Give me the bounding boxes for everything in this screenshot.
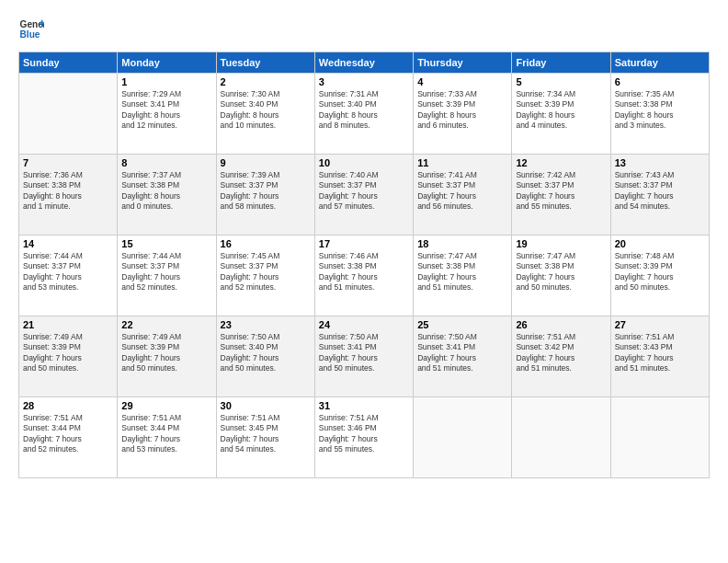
day-number: 12 <box>516 157 606 168</box>
calendar-cell: 17Sunrise: 7:46 AM Sunset: 3:38 PM Dayli… <box>314 236 413 316</box>
day-info: Sunrise: 7:49 AM Sunset: 3:39 PM Dayligh… <box>121 332 211 374</box>
day-info: Sunrise: 7:31 AM Sunset: 3:40 PM Dayligh… <box>319 89 409 132</box>
day-info: Sunrise: 7:51 AM Sunset: 3:42 PM Dayligh… <box>516 332 606 374</box>
day-info: Sunrise: 7:51 AM Sunset: 3:46 PM Dayligh… <box>319 413 409 455</box>
calendar-cell: 4Sunrise: 7:33 AM Sunset: 3:39 PM Daylig… <box>414 74 512 155</box>
day-info: Sunrise: 7:45 AM Sunset: 3:37 PM Dayligh… <box>221 251 311 293</box>
calendar-header-row: SundayMondayTuesdayWednesdayThursdayFrid… <box>19 52 710 74</box>
calendar-cell: 10Sunrise: 7:40 AM Sunset: 3:37 PM Dayli… <box>314 155 413 236</box>
day-number: 4 <box>417 76 507 87</box>
day-number: 21 <box>23 319 113 330</box>
column-header-monday: Monday <box>118 52 216 74</box>
day-info: Sunrise: 7:30 AM Sunset: 3:40 PM Dayligh… <box>221 89 311 132</box>
calendar-cell: 27Sunrise: 7:51 AM Sunset: 3:43 PM Dayli… <box>610 316 709 397</box>
calendar-week-row: 1Sunrise: 7:29 AM Sunset: 3:41 PM Daylig… <box>19 74 710 155</box>
calendar-cell: 9Sunrise: 7:39 AM Sunset: 3:37 PM Daylig… <box>216 155 314 236</box>
day-number: 2 <box>221 76 311 87</box>
calendar-cell: 22Sunrise: 7:49 AM Sunset: 3:39 PM Dayli… <box>118 316 216 397</box>
day-number: 5 <box>516 76 606 87</box>
day-number: 16 <box>221 238 311 249</box>
day-number: 26 <box>516 319 606 330</box>
day-info: Sunrise: 7:44 AM Sunset: 3:37 PM Dayligh… <box>121 251 211 293</box>
calendar-week-row: 28Sunrise: 7:51 AM Sunset: 3:44 PM Dayli… <box>19 397 710 478</box>
day-info: Sunrise: 7:48 AM Sunset: 3:39 PM Dayligh… <box>615 251 705 293</box>
day-info: Sunrise: 7:44 AM Sunset: 3:37 PM Dayligh… <box>23 251 113 293</box>
calendar-cell: 2Sunrise: 7:30 AM Sunset: 3:40 PM Daylig… <box>216 74 314 155</box>
calendar-cell: 31Sunrise: 7:51 AM Sunset: 3:46 PM Dayli… <box>314 397 413 478</box>
logo-icon: General Blue <box>18 17 44 42</box>
day-number: 1 <box>121 76 211 87</box>
calendar-cell: 1Sunrise: 7:29 AM Sunset: 3:41 PM Daylig… <box>118 74 216 155</box>
calendar-cell: 14Sunrise: 7:44 AM Sunset: 3:37 PM Dayli… <box>19 236 118 316</box>
day-info: Sunrise: 7:39 AM Sunset: 3:37 PM Dayligh… <box>221 170 311 213</box>
day-number: 6 <box>615 76 705 87</box>
calendar-cell: 28Sunrise: 7:51 AM Sunset: 3:44 PM Dayli… <box>19 397 118 478</box>
day-info: Sunrise: 7:51 AM Sunset: 3:44 PM Dayligh… <box>23 413 113 455</box>
column-header-tuesday: Tuesday <box>216 52 314 74</box>
day-number: 7 <box>23 157 113 168</box>
column-header-saturday: Saturday <box>610 52 709 74</box>
column-header-thursday: Thursday <box>414 52 512 74</box>
day-info: Sunrise: 7:29 AM Sunset: 3:41 PM Dayligh… <box>121 89 211 132</box>
day-info: Sunrise: 7:37 AM Sunset: 3:38 PM Dayligh… <box>121 170 211 213</box>
day-number: 24 <box>319 319 409 330</box>
calendar-cell: 11Sunrise: 7:41 AM Sunset: 3:37 PM Dayli… <box>414 155 512 236</box>
calendar-table: SundayMondayTuesdayWednesdayThursdayFrid… <box>18 52 710 478</box>
day-info: Sunrise: 7:35 AM Sunset: 3:38 PM Dayligh… <box>615 89 705 132</box>
calendar-cell <box>512 397 610 478</box>
calendar-cell: 26Sunrise: 7:51 AM Sunset: 3:42 PM Dayli… <box>512 316 610 397</box>
calendar-cell: 18Sunrise: 7:47 AM Sunset: 3:38 PM Dayli… <box>414 236 512 316</box>
day-info: Sunrise: 7:49 AM Sunset: 3:39 PM Dayligh… <box>23 332 113 374</box>
calendar-cell: 23Sunrise: 7:50 AM Sunset: 3:40 PM Dayli… <box>216 316 314 397</box>
calendar-week-row: 21Sunrise: 7:49 AM Sunset: 3:39 PM Dayli… <box>19 316 710 397</box>
calendar-cell: 8Sunrise: 7:37 AM Sunset: 3:38 PM Daylig… <box>118 155 216 236</box>
calendar-cell: 5Sunrise: 7:34 AM Sunset: 3:39 PM Daylig… <box>512 74 610 155</box>
calendar-cell: 20Sunrise: 7:48 AM Sunset: 3:39 PM Dayli… <box>610 236 709 316</box>
day-info: Sunrise: 7:51 AM Sunset: 3:45 PM Dayligh… <box>221 413 311 455</box>
day-info: Sunrise: 7:41 AM Sunset: 3:37 PM Dayligh… <box>417 170 507 213</box>
day-info: Sunrise: 7:50 AM Sunset: 3:41 PM Dayligh… <box>319 332 409 374</box>
day-number: 31 <box>319 400 409 411</box>
day-number: 8 <box>121 157 211 168</box>
day-info: Sunrise: 7:47 AM Sunset: 3:38 PM Dayligh… <box>516 251 606 293</box>
day-number: 13 <box>615 157 705 168</box>
day-number: 9 <box>221 157 311 168</box>
day-info: Sunrise: 7:50 AM Sunset: 3:41 PM Dayligh… <box>417 332 507 374</box>
day-number: 17 <box>319 238 409 249</box>
logo: General Blue <box>18 17 44 42</box>
calendar-cell: 21Sunrise: 7:49 AM Sunset: 3:39 PM Dayli… <box>19 316 118 397</box>
calendar-cell: 30Sunrise: 7:51 AM Sunset: 3:45 PM Dayli… <box>216 397 314 478</box>
day-number: 30 <box>221 400 311 411</box>
calendar-week-row: 14Sunrise: 7:44 AM Sunset: 3:37 PM Dayli… <box>19 236 710 316</box>
page-header: General Blue <box>18 17 710 42</box>
day-info: Sunrise: 7:47 AM Sunset: 3:38 PM Dayligh… <box>417 251 507 293</box>
calendar-cell: 24Sunrise: 7:50 AM Sunset: 3:41 PM Dayli… <box>314 316 413 397</box>
calendar-cell: 19Sunrise: 7:47 AM Sunset: 3:38 PM Dayli… <box>512 236 610 316</box>
day-info: Sunrise: 7:33 AM Sunset: 3:39 PM Dayligh… <box>417 89 507 132</box>
day-number: 27 <box>615 319 705 330</box>
day-number: 11 <box>417 157 507 168</box>
calendar-cell: 15Sunrise: 7:44 AM Sunset: 3:37 PM Dayli… <box>118 236 216 316</box>
day-number: 19 <box>516 238 606 249</box>
column-header-wednesday: Wednesday <box>314 52 413 74</box>
day-number: 22 <box>121 319 211 330</box>
day-number: 23 <box>221 319 311 330</box>
calendar-cell <box>19 74 118 155</box>
calendar-cell: 13Sunrise: 7:43 AM Sunset: 3:37 PM Dayli… <box>610 155 709 236</box>
day-number: 15 <box>121 238 211 249</box>
calendar-cell: 6Sunrise: 7:35 AM Sunset: 3:38 PM Daylig… <box>610 74 709 155</box>
calendar-cell: 25Sunrise: 7:50 AM Sunset: 3:41 PM Dayli… <box>414 316 512 397</box>
calendar-cell: 12Sunrise: 7:42 AM Sunset: 3:37 PM Dayli… <box>512 155 610 236</box>
day-info: Sunrise: 7:51 AM Sunset: 3:43 PM Dayligh… <box>615 332 705 374</box>
day-number: 18 <box>417 238 507 249</box>
calendar-cell: 29Sunrise: 7:51 AM Sunset: 3:44 PM Dayli… <box>118 397 216 478</box>
day-info: Sunrise: 7:36 AM Sunset: 3:38 PM Dayligh… <box>23 170 113 213</box>
day-info: Sunrise: 7:42 AM Sunset: 3:37 PM Dayligh… <box>516 170 606 213</box>
calendar-cell <box>414 397 512 478</box>
day-number: 20 <box>615 238 705 249</box>
calendar-cell: 16Sunrise: 7:45 AM Sunset: 3:37 PM Dayli… <box>216 236 314 316</box>
calendar-cell: 3Sunrise: 7:31 AM Sunset: 3:40 PM Daylig… <box>314 74 413 155</box>
calendar-cell <box>610 397 709 478</box>
day-info: Sunrise: 7:40 AM Sunset: 3:37 PM Dayligh… <box>319 170 409 213</box>
day-number: 28 <box>23 400 113 411</box>
